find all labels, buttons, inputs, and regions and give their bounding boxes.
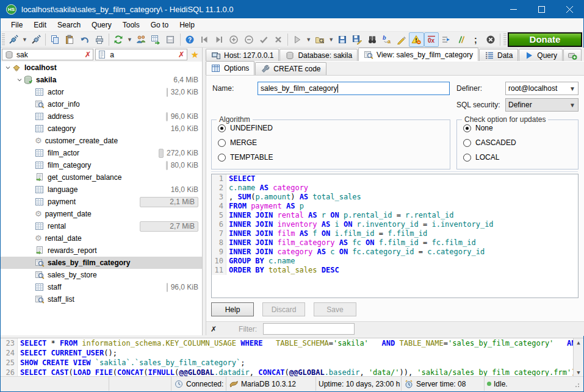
resize-grip[interactable] bbox=[572, 380, 580, 388]
chevron-down-icon[interactable] bbox=[16, 75, 23, 85]
refresh-dropdown[interactable]: ▼ bbox=[126, 32, 134, 47]
subtab-create-code[interactable]: CREATE code bbox=[255, 62, 326, 75]
menu-go-to[interactable]: Go to bbox=[145, 20, 174, 30]
menu-search[interactable]: Search bbox=[52, 20, 86, 30]
donate-button[interactable]: Donate bbox=[508, 32, 582, 47]
favorites-icon[interactable]: ★ bbox=[189, 49, 201, 60]
connect-dropdown[interactable]: ▼ bbox=[21, 32, 29, 47]
run-query-dropdown[interactable]: ▼ bbox=[305, 32, 313, 47]
tree-item-actor[interactable]: actor32,0 KiB bbox=[1, 86, 202, 98]
scroll-down-icon[interactable]: ▼ bbox=[577, 368, 580, 376]
filter-input[interactable] bbox=[263, 323, 355, 335]
tree-item-localhost[interactable]: localhost bbox=[1, 62, 202, 74]
clear-filter-icon[interactable]: ✗ bbox=[84, 50, 91, 59]
tree-item-sales_by_film_category[interactable]: sales_by_film_category bbox=[1, 257, 202, 269]
undo-button[interactable] bbox=[77, 32, 92, 47]
scroll-up-icon[interactable]: ▲ bbox=[577, 338, 580, 347]
help-button[interactable]: Help bbox=[211, 302, 254, 316]
radio-icon[interactable] bbox=[218, 154, 226, 162]
menu-query[interactable]: Query bbox=[86, 20, 117, 30]
radio-icon[interactable] bbox=[463, 124, 471, 132]
find-button[interactable] bbox=[365, 32, 380, 47]
tree-item-staff_list[interactable]: staff_list bbox=[1, 293, 202, 305]
tab-host[interactable]: Host: 127.0.0.1 bbox=[206, 49, 279, 61]
tab-query[interactable]: Query bbox=[519, 49, 563, 61]
export-tables-button[interactable] bbox=[148, 32, 163, 47]
maximize-button[interactable] bbox=[527, 0, 555, 18]
radio-icon[interactable] bbox=[463, 154, 471, 162]
delete-row-button[interactable] bbox=[242, 32, 256, 47]
tree-item-address[interactable]: address96,0 KiB bbox=[1, 110, 202, 123]
tree-item-customer_create_date[interactable]: ⚙customer_create_date bbox=[1, 135, 202, 147]
stop-on-errors-toggle[interactable] bbox=[409, 32, 424, 47]
check-option-radio-cascaded[interactable]: CASCADED bbox=[463, 136, 578, 149]
algorithm-radio-temptable[interactable]: TEMPTABLE bbox=[218, 151, 450, 164]
user-manager-button[interactable] bbox=[134, 32, 148, 47]
replace-button[interactable]: ba bbox=[380, 32, 394, 47]
close-filter-icon[interactable]: ✗ bbox=[206, 325, 222, 333]
close-button[interactable] bbox=[555, 0, 583, 18]
connect-button[interactable] bbox=[6, 32, 21, 47]
radio-icon[interactable] bbox=[218, 124, 226, 132]
insert-row-button[interactable] bbox=[226, 32, 241, 47]
copy-button[interactable] bbox=[48, 32, 62, 47]
save-sql-button[interactable] bbox=[335, 32, 350, 47]
help-button[interactable]: ? bbox=[182, 32, 197, 47]
radio-icon[interactable] bbox=[463, 139, 471, 147]
view-body-editor[interactable]: 1SELECT2c.name AS category3, SUM(p.amoun… bbox=[211, 174, 579, 298]
paste-button[interactable] bbox=[62, 32, 77, 47]
load-sql-dropdown[interactable]: ▼ bbox=[327, 32, 335, 47]
radio-icon[interactable] bbox=[218, 139, 226, 147]
table-filter-input[interactable]: sak ✗ bbox=[2, 49, 93, 60]
tree-item-film_category[interactable]: film_category80,0 KiB bbox=[1, 159, 202, 171]
toolbar-grip[interactable] bbox=[2, 34, 5, 46]
post-changes-button[interactable] bbox=[256, 32, 271, 47]
tree-item-rental_date[interactable]: ⚙rental_date bbox=[1, 232, 202, 244]
tree-item-payment[interactable]: payment2,1 MiB bbox=[1, 196, 202, 208]
first-row-button[interactable] bbox=[197, 32, 212, 47]
menu-file[interactable]: File bbox=[5, 20, 28, 30]
sql-security-select[interactable]: Definer▼ bbox=[505, 98, 579, 112]
log-scrollbar[interactable]: ▲ ▼ bbox=[573, 338, 583, 376]
run-query-button[interactable] bbox=[290, 32, 305, 47]
definer-select[interactable]: root@localhost▼ bbox=[505, 82, 579, 95]
tree-item-rewards_report[interactable]: rewards_report bbox=[1, 244, 202, 257]
print-button[interactable] bbox=[92, 32, 107, 47]
tree-item-film_actor[interactable]: film_actor272,0 KiB bbox=[1, 147, 202, 159]
cancel-query-button[interactable] bbox=[483, 32, 498, 47]
tree-item-actor_info[interactable]: actor_info bbox=[1, 98, 202, 110]
tab-data[interactable]: Data bbox=[479, 49, 518, 61]
algorithm-radio-undefined[interactable]: UNDEFINED bbox=[218, 121, 450, 135]
subtab-options[interactable]: Options bbox=[206, 61, 254, 75]
tree-item-payment_date[interactable]: ⚙payment_date bbox=[1, 208, 202, 220]
tree-item-staff[interactable]: staff96,0 KiB bbox=[1, 281, 202, 293]
bind-params-button[interactable] bbox=[453, 32, 468, 47]
tree-filter-input[interactable]: a ✗ bbox=[95, 49, 187, 60]
tab-database[interactable]: Database: sakila bbox=[279, 49, 358, 61]
algorithm-radio-merge[interactable]: MERGE bbox=[218, 136, 450, 149]
tab-view[interactable]: View: sales_by_film_category bbox=[358, 48, 478, 61]
clear-filter-icon[interactable]: ✗ bbox=[178, 50, 185, 59]
refresh-button[interactable] bbox=[111, 32, 126, 47]
tree-item-get_customer_balance[interactable]: get_customer_balance bbox=[1, 171, 202, 184]
next-parameter-button[interactable] bbox=[439, 32, 453, 47]
tree-item-language[interactable]: language16,0 KiB bbox=[1, 184, 202, 196]
menu-help[interactable]: Help bbox=[174, 20, 200, 30]
last-row-button[interactable] bbox=[212, 32, 226, 47]
blob-hex-toggle[interactable]: 0x bbox=[424, 32, 439, 47]
view-name-input[interactable]: sales_by_film_category bbox=[258, 82, 450, 95]
disconnect-button[interactable] bbox=[29, 32, 43, 47]
delimiter-button[interactable]: ; bbox=[468, 32, 483, 47]
cancel-editing-button[interactable] bbox=[271, 32, 286, 47]
save-sql-as-button[interactable] bbox=[350, 32, 364, 47]
menu-tools[interactable]: Tools bbox=[117, 20, 145, 30]
discard-button[interactable]: Discard bbox=[262, 302, 305, 316]
tree-item-category[interactable]: category16,0 KiB bbox=[1, 123, 202, 135]
tree-item-rental[interactable]: rental2,7 MiB bbox=[1, 220, 202, 232]
tab-add-tab-button[interactable] bbox=[563, 49, 582, 61]
minimize-button[interactable] bbox=[499, 0, 527, 18]
check-option-radio-local[interactable]: LOCAL bbox=[463, 151, 578, 164]
blob-viewer-button[interactable] bbox=[163, 32, 178, 47]
menu-edit[interactable]: Edit bbox=[28, 20, 52, 30]
tree-item-sakila[interactable]: sakila6,4 MiB bbox=[1, 74, 202, 86]
